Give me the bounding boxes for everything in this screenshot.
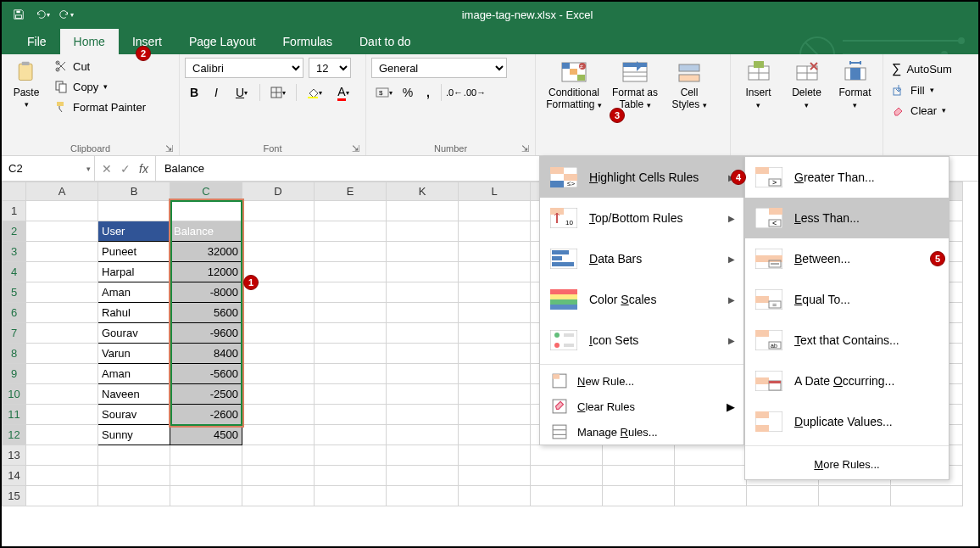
row-header[interactable]: 7 (3, 323, 26, 344)
row-header[interactable]: 15 (3, 486, 26, 506)
cell[interactable] (242, 323, 315, 344)
cell[interactable] (675, 466, 747, 486)
cell[interactable] (315, 303, 387, 323)
tab-home[interactable]: Home (60, 29, 119, 54)
row-header[interactable]: 11 (3, 405, 26, 425)
cell[interactable] (387, 262, 459, 282)
row-header[interactable]: 8 (3, 344, 26, 364)
menu-highlight-cells-rules[interactable]: ≤> Highlight Cells Rules▶ (540, 157, 743, 198)
cell[interactable] (891, 486, 963, 506)
delete-cells-button[interactable]: Delete▾ (784, 58, 829, 113)
number-launcher-icon[interactable]: ⇲ (520, 143, 530, 154)
underline-button[interactable]: U ▾ (229, 83, 254, 102)
row-header[interactable]: 9 (3, 364, 26, 384)
cell[interactable] (459, 282, 531, 303)
row-header[interactable]: 14 (3, 466, 26, 486)
menu-greater-than[interactable]: > Greater Than... (745, 157, 949, 198)
cell[interactable] (26, 303, 98, 323)
fill-color-button[interactable]: ▾ (302, 83, 327, 102)
conditional-formatting-button[interactable]: ≠ ConditionalFormatting ▾ (541, 58, 607, 113)
cell[interactable] (387, 364, 459, 384)
cell[interactable]: Balance (170, 221, 242, 242)
cell[interactable] (242, 344, 315, 364)
menu-between[interactable]: Between... (745, 238, 949, 279)
cell[interactable] (387, 486, 459, 506)
font-color-button[interactable]: A▾ (331, 83, 356, 102)
cell[interactable] (387, 303, 459, 323)
cell[interactable] (242, 221, 315, 242)
italic-button[interactable]: I (207, 83, 226, 102)
cell[interactable]: -5600 (170, 364, 242, 384)
row-header[interactable]: 3 (3, 242, 26, 262)
cell[interactable]: Aman (98, 364, 170, 384)
cell[interactable] (26, 242, 98, 262)
cell[interactable]: Rahul (98, 303, 170, 323)
cell[interactable] (315, 466, 387, 486)
cell[interactable]: 8400 (170, 344, 242, 364)
cell[interactable] (26, 323, 98, 344)
column-header[interactable]: E (315, 182, 387, 201)
menu-equal-to[interactable]: = Equal To... (745, 279, 949, 320)
cell[interactable] (459, 262, 531, 282)
cell[interactable]: 12000 (170, 262, 242, 282)
cell[interactable] (459, 466, 531, 486)
cell[interactable] (26, 344, 98, 364)
cell[interactable] (315, 262, 387, 282)
cell[interactable] (603, 466, 675, 486)
font-launcher-icon[interactable]: ⇲ (350, 143, 360, 154)
cell[interactable] (315, 445, 387, 466)
format-cells-button[interactable]: Format▾ (832, 58, 877, 113)
tab-file[interactable]: File (14, 29, 60, 54)
cell[interactable] (459, 344, 531, 364)
cell[interactable] (26, 201, 98, 221)
cell[interactable] (531, 486, 603, 506)
cell[interactable] (459, 364, 531, 384)
tab-formulas[interactable]: Formulas (270, 29, 346, 54)
row-header[interactable]: 1 (3, 201, 26, 221)
insert-cells-button[interactable]: Insert▾ (736, 58, 781, 113)
cell[interactable] (819, 486, 891, 506)
percent-button[interactable]: % (398, 83, 417, 102)
tab-data[interactable]: Daıt to do (346, 29, 425, 54)
row-header[interactable]: 2 (3, 221, 26, 242)
format-painter-button[interactable]: Format Painter (51, 98, 149, 115)
cell[interactable] (531, 466, 603, 486)
cell[interactable] (747, 486, 819, 506)
cell[interactable] (459, 201, 531, 221)
menu-date-occurring[interactable]: A Date Occurring... (745, 361, 949, 401)
cell[interactable] (170, 486, 242, 506)
format-as-table-button[interactable]: Format asTable ▾ (609, 58, 661, 113)
cell[interactable]: User (98, 221, 170, 242)
cell[interactable] (242, 384, 315, 405)
name-box[interactable]: C2▾ (2, 156, 95, 181)
cell[interactable] (387, 242, 459, 262)
copy-button[interactable]: Copy ▾ (51, 78, 149, 95)
menu-top-bottom-rules[interactable]: 10 Top/Bottom Rules▶ (540, 198, 743, 238)
menu-more-rules[interactable]: More Rules... (745, 450, 949, 479)
undo-icon[interactable]: ▾ (32, 4, 53, 25)
cell[interactable] (459, 242, 531, 262)
cell[interactable]: Sourav (98, 405, 170, 425)
cell[interactable] (242, 486, 315, 506)
cell[interactable] (387, 221, 459, 242)
cell[interactable] (387, 344, 459, 364)
cell[interactable] (315, 201, 387, 221)
cell[interactable] (459, 425, 531, 445)
cell[interactable]: -9600 (170, 323, 242, 344)
cell[interactable]: Sunny (98, 425, 170, 445)
cell[interactable] (242, 364, 315, 384)
cell[interactable]: Puneet (98, 242, 170, 262)
border-button[interactable]: ▾ (265, 83, 291, 102)
cell[interactable] (26, 364, 98, 384)
cell[interactable] (26, 282, 98, 303)
cell[interactable] (459, 445, 531, 466)
menu-color-scales[interactable]: Color Scales▶ (540, 279, 743, 320)
cell[interactable] (315, 221, 387, 242)
cell[interactable] (242, 466, 315, 486)
cell[interactable] (315, 242, 387, 262)
menu-data-bars[interactable]: Data Bars▶ (540, 238, 743, 279)
fill-button[interactable]: Fill ▾ (888, 81, 972, 98)
cell[interactable] (315, 384, 387, 405)
cell[interactable] (26, 262, 98, 282)
cell[interactable] (675, 445, 747, 466)
